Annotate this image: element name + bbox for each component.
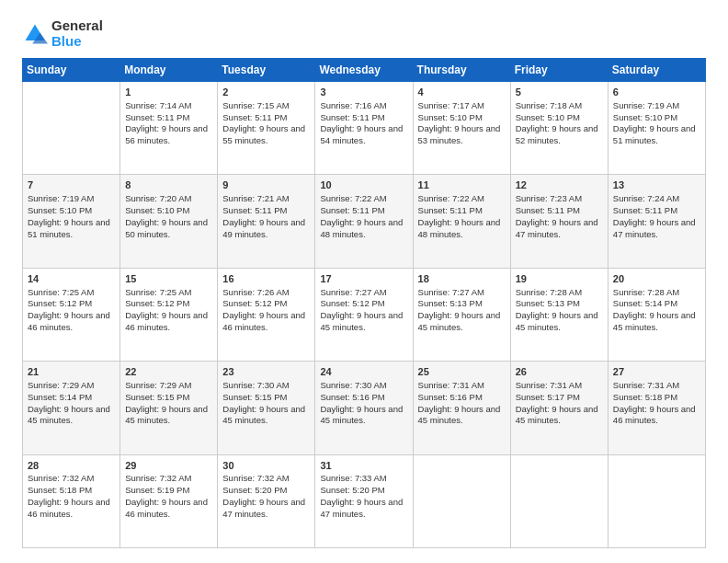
daylight: Daylight: 9 hours and 55 minutes. <box>222 123 305 145</box>
sunrise: Sunrise: 7:18 AM <box>516 100 582 110</box>
sunrise: Sunrise: 7:26 AM <box>222 287 289 297</box>
sunset: Sunset: 5:11 PM <box>613 205 677 215</box>
calendar-week-4: 21Sunrise: 7:29 AMSunset: 5:14 PMDayligh… <box>23 362 706 454</box>
daylight: Daylight: 9 hours and 53 minutes. <box>418 123 501 145</box>
sunrise: Sunrise: 7:20 AM <box>125 193 191 203</box>
daylight: Daylight: 9 hours and 54 minutes. <box>320 123 403 145</box>
day-number: 8 <box>125 178 212 192</box>
sunrise: Sunrise: 7:24 AM <box>613 193 679 203</box>
sunset: Sunset: 5:11 PM <box>320 205 384 215</box>
sunrise: Sunrise: 7:33 AM <box>320 473 386 483</box>
sunset: Sunset: 5:10 PM <box>516 112 580 122</box>
calendar-cell <box>413 454 510 547</box>
sunset: Sunset: 5:12 PM <box>222 298 287 308</box>
day-number: 20 <box>613 272 700 286</box>
sunrise: Sunrise: 7:23 AM <box>516 193 582 203</box>
daylight: Daylight: 9 hours and 52 minutes. <box>516 123 598 145</box>
calendar-cell: 7Sunrise: 7:19 AMSunset: 5:10 PMDaylight… <box>23 175 120 268</box>
calendar-cell: 21Sunrise: 7:29 AMSunset: 5:14 PMDayligh… <box>23 362 120 454</box>
weekday-header-friday: Friday <box>510 59 608 82</box>
daylight: Daylight: 9 hours and 45 minutes. <box>320 310 403 332</box>
daylight: Daylight: 9 hours and 46 minutes. <box>125 310 208 332</box>
day-number: 17 <box>320 272 407 286</box>
sunset: Sunset: 5:16 PM <box>320 392 384 402</box>
day-number: 22 <box>125 365 212 379</box>
calendar-week-3: 14Sunrise: 7:25 AMSunset: 5:12 PMDayligh… <box>23 268 706 361</box>
daylight: Daylight: 9 hours and 45 minutes. <box>418 404 501 426</box>
daylight: Daylight: 9 hours and 46 minutes. <box>28 497 110 519</box>
calendar-cell: 19Sunrise: 7:28 AMSunset: 5:13 PMDayligh… <box>510 268 608 361</box>
calendar-cell: 29Sunrise: 7:32 AMSunset: 5:19 PMDayligh… <box>120 454 218 547</box>
sunrise: Sunrise: 7:27 AM <box>418 287 484 297</box>
calendar-cell: 31Sunrise: 7:33 AMSunset: 5:20 PMDayligh… <box>315 454 413 547</box>
daylight: Daylight: 9 hours and 47 minutes. <box>613 217 696 239</box>
daylight: Daylight: 9 hours and 45 minutes. <box>516 404 598 426</box>
calendar-cell <box>23 82 120 175</box>
weekday-header-saturday: Saturday <box>608 59 705 82</box>
calendar-cell: 26Sunrise: 7:31 AMSunset: 5:17 PMDayligh… <box>510 362 608 454</box>
sunset: Sunset: 5:11 PM <box>418 205 483 215</box>
sunrise: Sunrise: 7:28 AM <box>613 287 679 297</box>
sunrise: Sunrise: 7:25 AM <box>28 287 94 297</box>
sunset: Sunset: 5:11 PM <box>516 205 580 215</box>
sunset: Sunset: 5:10 PM <box>613 112 677 122</box>
day-number: 6 <box>613 86 700 99</box>
sunset: Sunset: 5:13 PM <box>516 298 580 308</box>
daylight: Daylight: 9 hours and 46 minutes. <box>125 497 208 519</box>
sunrise: Sunrise: 7:14 AM <box>125 100 191 110</box>
calendar-cell: 10Sunrise: 7:22 AMSunset: 5:11 PMDayligh… <box>315 175 413 268</box>
sunrise: Sunrise: 7:29 AM <box>28 380 94 390</box>
calendar-cell: 27Sunrise: 7:31 AMSunset: 5:18 PMDayligh… <box>608 362 705 454</box>
calendar-cell: 2Sunrise: 7:15 AMSunset: 5:11 PMDaylight… <box>218 82 315 175</box>
daylight: Daylight: 9 hours and 46 minutes. <box>222 310 305 332</box>
daylight: Daylight: 9 hours and 45 minutes. <box>418 310 501 332</box>
day-number: 7 <box>28 178 115 192</box>
calendar-cell: 17Sunrise: 7:27 AMSunset: 5:12 PMDayligh… <box>315 268 413 361</box>
sunrise: Sunrise: 7:32 AM <box>222 473 289 483</box>
day-number: 10 <box>320 178 407 192</box>
sunset: Sunset: 5:12 PM <box>125 298 189 308</box>
calendar-cell: 28Sunrise: 7:32 AMSunset: 5:18 PMDayligh… <box>23 454 120 547</box>
calendar-cell: 30Sunrise: 7:32 AMSunset: 5:20 PMDayligh… <box>218 454 315 547</box>
sunset: Sunset: 5:11 PM <box>320 112 384 122</box>
logo-icon <box>22 21 48 47</box>
calendar-cell: 16Sunrise: 7:26 AMSunset: 5:12 PMDayligh… <box>218 268 315 361</box>
sunrise: Sunrise: 7:32 AM <box>125 473 191 483</box>
sunrise: Sunrise: 7:22 AM <box>418 193 484 203</box>
calendar-week-1: 1Sunrise: 7:14 AMSunset: 5:11 PMDaylight… <box>23 82 706 175</box>
sunrise: Sunrise: 7:17 AM <box>418 100 484 110</box>
daylight: Daylight: 9 hours and 45 minutes. <box>28 404 110 426</box>
sunset: Sunset: 5:14 PM <box>613 298 677 308</box>
day-number: 5 <box>516 86 603 99</box>
daylight: Daylight: 9 hours and 47 minutes. <box>222 497 305 519</box>
daylight: Daylight: 9 hours and 46 minutes. <box>28 310 110 332</box>
daylight: Daylight: 9 hours and 45 minutes. <box>320 404 403 426</box>
sunset: Sunset: 5:15 PM <box>222 392 287 402</box>
day-number: 19 <box>516 272 603 286</box>
daylight: Daylight: 9 hours and 45 minutes. <box>516 310 598 332</box>
daylight: Daylight: 9 hours and 45 minutes. <box>222 404 305 426</box>
daylight: Daylight: 9 hours and 51 minutes. <box>28 217 110 239</box>
daylight: Daylight: 9 hours and 50 minutes. <box>125 217 208 239</box>
sunset: Sunset: 5:10 PM <box>28 205 92 215</box>
day-number: 3 <box>320 86 407 99</box>
sunrise: Sunrise: 7:30 AM <box>320 380 386 390</box>
sunrise: Sunrise: 7:25 AM <box>125 287 191 297</box>
sunrise: Sunrise: 7:31 AM <box>613 380 679 390</box>
sunset: Sunset: 5:20 PM <box>320 485 384 495</box>
weekday-header-sunday: Sunday <box>23 59 120 82</box>
calendar-cell: 22Sunrise: 7:29 AMSunset: 5:15 PMDayligh… <box>120 362 218 454</box>
logo: General Blue <box>22 18 103 49</box>
calendar-cell: 25Sunrise: 7:31 AMSunset: 5:16 PMDayligh… <box>413 362 510 454</box>
sunrise: Sunrise: 7:29 AM <box>125 380 191 390</box>
calendar-cell <box>608 454 705 547</box>
calendar-cell: 20Sunrise: 7:28 AMSunset: 5:14 PMDayligh… <box>608 268 705 361</box>
day-number: 23 <box>222 365 310 379</box>
sunset: Sunset: 5:14 PM <box>28 392 92 402</box>
day-number: 26 <box>516 365 603 379</box>
daylight: Daylight: 9 hours and 45 minutes. <box>613 310 696 332</box>
daylight: Daylight: 9 hours and 45 minutes. <box>125 404 208 426</box>
calendar-cell: 13Sunrise: 7:24 AMSunset: 5:11 PMDayligh… <box>608 175 705 268</box>
sunset: Sunset: 5:18 PM <box>28 485 92 495</box>
sunrise: Sunrise: 7:19 AM <box>613 100 679 110</box>
